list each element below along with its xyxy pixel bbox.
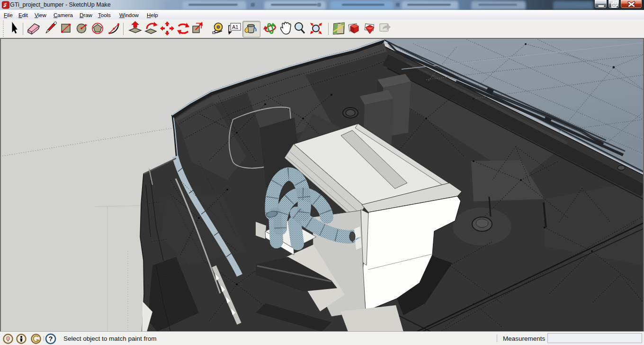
svg-text:A1: A1 xyxy=(232,24,238,30)
svg-text:?: ? xyxy=(49,335,53,343)
